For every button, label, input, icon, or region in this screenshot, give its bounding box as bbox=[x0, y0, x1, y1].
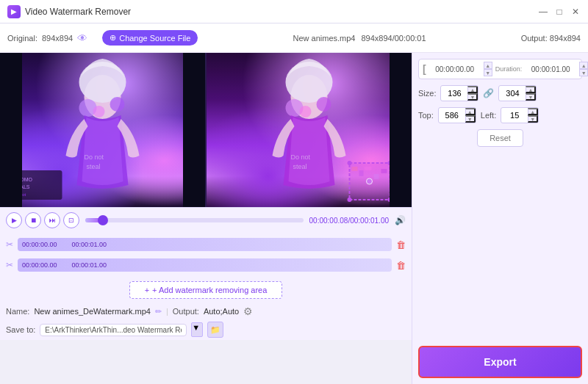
width-field[interactable] bbox=[441, 87, 467, 99]
output-label: Output: bbox=[521, 34, 548, 43]
timeline-section: ▶ ⏹ ⏭ ⊡ 00:00:00.08/00:00:01.00 🔊 bbox=[0, 207, 412, 233]
output-info: Output: 894x894 bbox=[521, 34, 581, 43]
app-icon: ▶ bbox=[7, 5, 21, 18]
file-info: New animes.mp4 894x894/00:00:01 bbox=[212, 34, 506, 43]
output-label: Output: bbox=[173, 307, 199, 316]
output-value: Auto;Auto bbox=[204, 307, 239, 316]
svg-point-14 bbox=[317, 97, 331, 112]
top-field[interactable] bbox=[439, 109, 465, 121]
track-1-start: 00:00:00.00 bbox=[22, 241, 57, 248]
svg-point-4 bbox=[93, 106, 105, 117]
height-up[interactable]: ▲ bbox=[526, 86, 536, 93]
size-row: Size: ▲ ▼ 🔗 ▲ ▼ bbox=[418, 85, 582, 101]
svg-text:Do not: Do not bbox=[85, 153, 104, 161]
browse-folder-button[interactable]: 📁 bbox=[207, 322, 223, 338]
top-up[interactable]: ▲ bbox=[465, 108, 476, 115]
stop-button[interactable]: ⏹ bbox=[25, 212, 41, 228]
duration-input[interactable] bbox=[525, 65, 576, 73]
link-icon[interactable]: 🔗 bbox=[483, 88, 494, 98]
export-button[interactable]: Export bbox=[418, 346, 582, 378]
left-down[interactable]: ▼ bbox=[528, 115, 538, 123]
start-time-up[interactable]: ▲ bbox=[484, 62, 492, 69]
total-time: 00:00:01.00 bbox=[350, 217, 389, 225]
app-title: Video Watermark Remover bbox=[25, 7, 131, 17]
reset-section: Reset bbox=[418, 129, 582, 147]
video-dark-left bbox=[0, 53, 22, 207]
file-meta: 894x894/00:00:01 bbox=[361, 34, 426, 43]
close-button[interactable]: ✕ bbox=[570, 7, 581, 17]
gear-icon[interactable]: ⚙ bbox=[243, 305, 253, 317]
width-spinner: ▲ ▼ bbox=[467, 86, 478, 101]
track-1-end: 00:00:01.00 bbox=[72, 241, 107, 248]
track-2-start: 00:00:00.00 bbox=[22, 261, 57, 269]
duration-down[interactable]: ▼ bbox=[579, 69, 588, 76]
svg-rect-28 bbox=[374, 174, 379, 179]
top-down[interactable]: ▼ bbox=[465, 115, 476, 123]
minimize-button[interactable]: — bbox=[538, 7, 548, 17]
track-bar-1[interactable]: 00:00:00.00 00:00:01.00 bbox=[18, 238, 392, 251]
track-bar-2[interactable]: 00:00:00.00 00:00:01.00 bbox=[18, 258, 392, 272]
track-row-2: ✂ 00:00:00.00 00:00:01.00 🗑 bbox=[6, 256, 406, 275]
original-video-bg: PROMO DEALS Do not Do not steal bbox=[0, 53, 205, 207]
left-field[interactable] bbox=[501, 109, 528, 121]
duration-up[interactable]: ▲ bbox=[579, 62, 588, 69]
original-size: 894x894 bbox=[42, 34, 73, 43]
reset-button[interactable]: Reset bbox=[477, 129, 523, 147]
height-field[interactable] bbox=[499, 87, 526, 99]
size-width-input: ▲ ▼ bbox=[440, 85, 478, 101]
change-source-button[interactable]: ⊕ Change Source File bbox=[102, 30, 198, 46]
svg-rect-25 bbox=[352, 167, 358, 171]
original-video-panel: PROMO DEALS Do not Do not steal bbox=[0, 53, 205, 207]
processed-video-panel: Do not steal bbox=[207, 53, 412, 207]
progress-thumb[interactable] bbox=[98, 215, 108, 225]
left-spinner: ▲ ▼ bbox=[528, 108, 538, 123]
maximize-button[interactable]: □ bbox=[554, 7, 564, 17]
height-down[interactable]: ▼ bbox=[526, 93, 536, 101]
video-dark-right-orig bbox=[183, 53, 205, 207]
svg-point-15 bbox=[300, 106, 312, 117]
start-time-input[interactable] bbox=[429, 65, 481, 73]
step-forward-button[interactable]: ⏭ bbox=[44, 212, 60, 228]
volume-icon[interactable]: 🔊 bbox=[395, 215, 406, 225]
frame-step-button[interactable]: ⊡ bbox=[63, 212, 79, 228]
add-watermark-button[interactable]: + + Add watermark removing area bbox=[129, 281, 283, 299]
spacer bbox=[418, 153, 582, 340]
tracks-section: ✂ 00:00:00.00 00:00:01.00 🗑 ✂ 00:00:00.0… bbox=[0, 233, 412, 277]
svg-point-1 bbox=[79, 62, 126, 103]
track-1-delete[interactable]: 🗑 bbox=[396, 239, 406, 250]
svg-point-12 bbox=[286, 62, 333, 103]
left-up[interactable]: ▲ bbox=[528, 108, 538, 115]
edit-icon[interactable]: ✏ bbox=[155, 307, 162, 316]
add-watermark-label: + Add watermark removing area bbox=[152, 286, 267, 294]
duration-spinner: ▲ ▼ bbox=[579, 62, 588, 76]
start-time-down[interactable]: ▼ bbox=[484, 69, 492, 76]
width-down[interactable]: ▼ bbox=[467, 93, 478, 101]
svg-rect-29 bbox=[381, 169, 387, 173]
plus-icon: ⊕ bbox=[110, 33, 116, 43]
left-input: ▲ ▼ bbox=[501, 107, 539, 123]
svg-rect-26 bbox=[359, 170, 364, 176]
scissors-icon-2: ✂ bbox=[6, 260, 13, 270]
save-path-input[interactable] bbox=[40, 324, 187, 336]
svg-point-3 bbox=[110, 97, 125, 112]
processed-video-bg: Do not steal bbox=[207, 53, 412, 207]
add-area-section: + + Add watermark removing area bbox=[0, 277, 412, 303]
width-up[interactable]: ▲ bbox=[467, 86, 478, 93]
svg-text:steal: steal bbox=[293, 163, 307, 170]
title-bar: ▶ Video Watermark Remover — □ ✕ bbox=[0, 0, 588, 23]
path-dropdown[interactable]: ▼ bbox=[191, 322, 203, 337]
duration-label: Duration: bbox=[495, 65, 523, 73]
track-2-delete[interactable]: 🗑 bbox=[396, 260, 406, 271]
svg-text:steal: steal bbox=[87, 163, 101, 170]
bracket-open: [ bbox=[423, 63, 426, 75]
change-source-label: Change Source File bbox=[119, 34, 190, 43]
eye-icon[interactable]: 👁 bbox=[77, 32, 87, 44]
start-time-spinner: ▲ ▼ bbox=[484, 62, 492, 76]
right-panel: [ ▲ ▼ Duration: ▲ ▼ ] Size: ▲ ▼ bbox=[412, 53, 588, 384]
file-name: New animes.mp4 bbox=[293, 34, 355, 43]
left-panel: PROMO DEALS Do not Do not steal bbox=[0, 53, 412, 384]
position-row: Top: ▲ ▼ Left: ▲ ▼ bbox=[418, 107, 582, 123]
window-controls: — □ ✕ bbox=[538, 7, 581, 17]
play-button[interactable]: ▶ bbox=[6, 212, 22, 228]
progress-bar[interactable] bbox=[85, 218, 304, 222]
